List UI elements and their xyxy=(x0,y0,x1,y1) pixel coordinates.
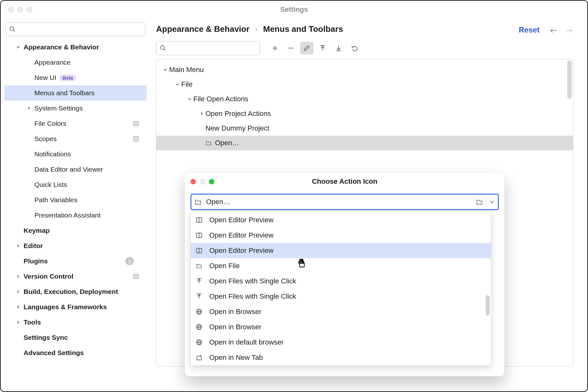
sidebar-search-input[interactable] xyxy=(6,22,145,36)
sidebar-item-editor[interactable]: Editor xyxy=(4,238,147,253)
count-badge: 1 xyxy=(125,257,134,265)
tree-item-file-open-actions[interactable]: File Open Actions xyxy=(156,92,573,106)
project-scope-icon xyxy=(133,136,139,142)
dropdown-item-open-in-default-browser[interactable]: Open in default browser xyxy=(191,335,491,350)
sidebar-item-menus-and-toolbars[interactable]: Menus and Toolbars xyxy=(4,85,147,101)
minimize-icon[interactable] xyxy=(200,179,205,184)
tree-search-input[interactable] xyxy=(156,41,260,55)
dropdown-item-open-files-with-single-click[interactable]: Open Files with Single Click xyxy=(191,274,491,289)
sidebar-item-notifications[interactable]: Notifications xyxy=(4,146,147,162)
tree-item-open-project-actions[interactable]: Open Project Actions xyxy=(156,106,573,121)
dropdown-item-open-file[interactable]: Open File xyxy=(191,258,491,274)
arrow-up-box-icon xyxy=(195,278,203,284)
sidebar-item-label: Menus and Toolbars xyxy=(32,89,95,97)
sidebar-item-plugins[interactable]: Plugins1 xyxy=(4,253,147,269)
icon-selector-input[interactable]: Open… xyxy=(190,194,499,210)
newtab-icon xyxy=(195,354,203,361)
maximize-icon[interactable] xyxy=(27,7,32,12)
edit-button[interactable] xyxy=(300,42,313,54)
sidebar-item-label: Path Variables xyxy=(32,196,77,204)
remove-button[interactable] xyxy=(284,42,298,54)
sidebar-item-version-control[interactable]: Version Control xyxy=(4,269,147,284)
dropdown-item-open-editor-preview[interactable]: Open Editor Preview xyxy=(191,212,491,228)
sidebar-item-keymap[interactable]: Keymap xyxy=(4,223,147,238)
dialog-title: Choose Action Icon xyxy=(312,177,377,186)
sidebar-item-label: New UI xyxy=(32,74,56,82)
tree-item-label: Open Project Actions xyxy=(205,110,271,118)
breadcrumb: Appearance & Behavior › Menus and Toolba… xyxy=(156,24,573,34)
maximize-icon[interactable] xyxy=(209,179,214,184)
chevron-icon xyxy=(15,289,22,294)
folder-icon xyxy=(195,199,202,205)
sidebar-item-label: Notifications xyxy=(32,150,71,158)
move-up-button[interactable] xyxy=(316,42,329,54)
project-scope-icon xyxy=(133,274,139,279)
sidebar-item-appearance[interactable]: Appearance xyxy=(4,55,147,70)
dropdown-item-label: Open File xyxy=(209,262,240,270)
dropdown-item-open-editor-preview[interactable]: Open Editor Preview xyxy=(191,243,491,258)
tree-item-open-[interactable]: Open… xyxy=(156,136,573,150)
dropdown-item-label: Open Editor Preview xyxy=(209,246,274,255)
close-icon[interactable] xyxy=(190,179,196,184)
sidebar-item-path-variables[interactable]: Path Variables xyxy=(4,192,147,208)
chevron-icon xyxy=(186,97,193,101)
svg-point-0 xyxy=(10,27,14,31)
tree-item-main-menu[interactable]: Main Menu xyxy=(156,62,573,77)
close-icon[interactable] xyxy=(8,7,14,12)
project-scope-icon xyxy=(133,121,139,126)
chevron-down-icon[interactable] xyxy=(490,199,495,204)
chevron-icon xyxy=(174,82,181,87)
minimize-icon[interactable] xyxy=(18,7,23,12)
sidebar-item-label: Plugins xyxy=(22,257,48,265)
sidebar-item-label: Advanced Settings xyxy=(22,349,84,357)
sidebar-item-file-colors[interactable]: File Colors xyxy=(4,116,147,131)
sidebar-item-data-editor-and-viewer[interactable]: Data Editor and Viewer xyxy=(4,162,147,177)
revert-button[interactable] xyxy=(348,42,361,54)
sidebar-item-appearance-behavior[interactable]: Appearance & Behavior xyxy=(4,39,147,55)
icon-selector-value: Open… xyxy=(206,198,471,206)
chevron-icon xyxy=(25,106,32,110)
folder-open-icon[interactable] xyxy=(476,199,483,205)
settings-sidebar: Appearance & BehaviorAppearanceNew UIBet… xyxy=(1,18,150,391)
move-down-button[interactable] xyxy=(332,42,345,54)
sidebar-item-label: Quick Lists xyxy=(32,181,67,189)
sidebar-item-tools[interactable]: Tools xyxy=(4,315,147,330)
tree-item-new-dummy-project[interactable]: New Dummy Project xyxy=(156,121,573,136)
chevron-icon xyxy=(198,111,205,116)
dropdown-item-open-files-with-single-click[interactable]: Open Files with Single Click xyxy=(191,289,491,304)
sidebar-item-scopes[interactable]: Scopes xyxy=(4,131,147,146)
chevron-icon xyxy=(15,320,22,324)
dropdown-item-open-in-browser[interactable]: Open in Browser xyxy=(191,304,491,319)
tree-item-label: Main Menu xyxy=(169,66,204,74)
tree-item-label: File Open Actions xyxy=(193,95,248,103)
sidebar-item-languages-frameworks[interactable]: Languages & Frameworks xyxy=(4,299,147,315)
chevron-icon xyxy=(15,305,22,309)
tree-item-file[interactable]: File xyxy=(156,77,573,92)
window-title: Settings xyxy=(280,5,308,14)
sidebar-item-label: Tools xyxy=(22,318,41,326)
dropdown-item-open-in-new-tab[interactable]: Open in New Tab xyxy=(191,350,491,365)
sidebar-item-system-settings[interactable]: System Settings xyxy=(4,101,147,116)
dropdown-item-open-in-browser[interactable]: Open in Browser xyxy=(191,319,491,335)
sidebar-item-advanced-settings[interactable]: Advanced Settings xyxy=(4,345,147,360)
tree-item-label: New Dummy Project xyxy=(205,124,269,132)
sidebar-item-presentation-assistant[interactable]: Presentation Assistant xyxy=(4,208,147,223)
chevron-icon xyxy=(15,274,22,279)
arrow-up-box-icon xyxy=(195,293,203,300)
sidebar-item-quick-lists[interactable]: Quick Lists xyxy=(4,177,147,192)
reset-button[interactable]: Reset xyxy=(519,25,540,34)
dropdown-item-open-editor-preview[interactable]: Open Editor Preview xyxy=(191,228,491,243)
dropdown-scrollbar[interactable] xyxy=(486,295,490,316)
sidebar-item-settings-sync[interactable]: Settings Sync xyxy=(4,330,147,345)
add-button[interactable] xyxy=(268,42,282,54)
icon-dropdown: Open Editor PreviewOpen Editor PreviewOp… xyxy=(190,212,491,366)
forward-icon[interactable] xyxy=(565,27,573,34)
sidebar-item-build-execution-deployment[interactable]: Build, Execution, Deployment xyxy=(4,284,147,299)
tree-scrollbar[interactable] xyxy=(567,61,572,99)
dropdown-item-label: Open in Browser xyxy=(209,308,262,316)
back-icon[interactable] xyxy=(549,27,557,34)
sidebar-item-new-ui[interactable]: New UIBeta xyxy=(4,70,147,85)
dropdown-item-label: Open Files with Single Click xyxy=(209,277,296,285)
split-icon xyxy=(195,217,203,223)
breadcrumb-sep: › xyxy=(255,25,257,33)
